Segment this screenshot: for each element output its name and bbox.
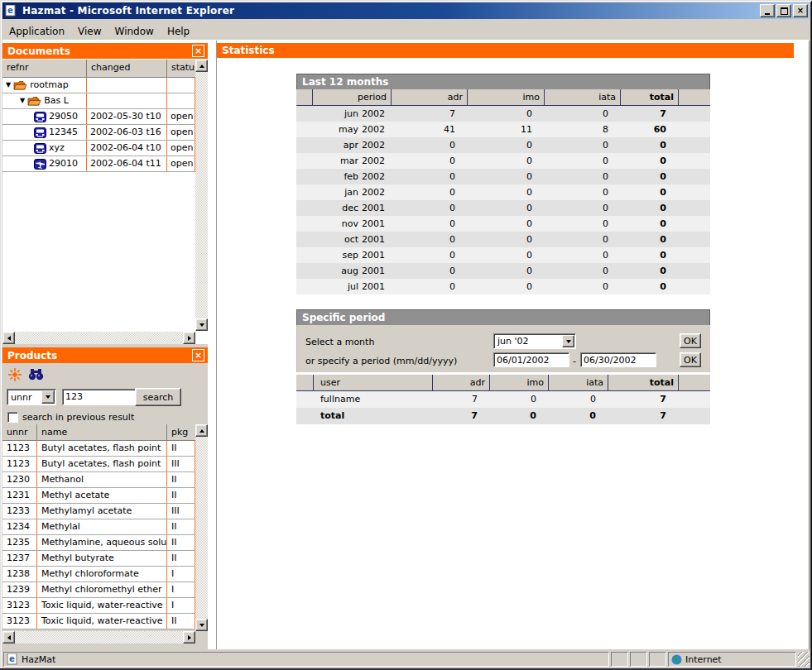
svg-text:e: e (9, 654, 15, 663)
date-to-input[interactable]: 06/30/2002 (580, 352, 656, 367)
product-pkg: III (167, 504, 195, 519)
products-table-row[interactable]: 1239Methyl chloromethyl etherI (2, 582, 195, 598)
document-label: 29050 (49, 109, 78, 124)
documents-tree-row[interactable]: 290102002-06-04 t11open (2, 156, 195, 172)
column-header-user: user (314, 375, 433, 390)
maximize-button[interactable] (776, 4, 791, 17)
documents-tree-row[interactable]: 123452002-06-03 t16open (2, 125, 195, 141)
products-table-row[interactable]: 3123Toxic liquid, water-reactiveI (2, 598, 195, 614)
product-unnr: 3123 (2, 598, 37, 613)
last12-row: mar20020000 (296, 153, 710, 169)
column-header-status[interactable]: status (167, 60, 195, 77)
date-from-input[interactable]: 06/01/2002 (493, 352, 569, 367)
products-hscrollbar[interactable] (2, 631, 195, 644)
documents-tree-row[interactable]: xyz2002-06-04 t10open (2, 141, 195, 156)
specific-rows: fullname7007total7007 (296, 391, 710, 424)
last12-table: Last 12 months period adr imo iata total… (296, 74, 710, 294)
expander-icon[interactable]: ▼ (20, 93, 25, 108)
menu-item-application[interactable]: Application (2, 24, 71, 39)
documents-scroll-left-icon[interactable] (2, 332, 15, 344)
minimize-button[interactable] (760, 4, 775, 17)
documents-tree-row[interactable]: ▼Bas L (2, 93, 195, 109)
column-header-blank (296, 89, 313, 105)
find-binoculars-icon[interactable] (27, 366, 44, 383)
resize-grip[interactable] (798, 652, 810, 667)
column-header-unnr[interactable]: unnr (2, 424, 37, 440)
column-header-changed[interactable]: changed (87, 60, 167, 77)
products-scroll-down-icon[interactable] (195, 619, 208, 631)
product-unnr: 1123 (2, 457, 37, 471)
documents-tree-row[interactable]: ▼rootmap (2, 78, 195, 93)
products-scroll-right-icon[interactable] (183, 631, 195, 644)
column-header-blank-trailing (679, 89, 710, 105)
products-table-row[interactable]: 1230MethanolII (2, 472, 195, 488)
products-table-row[interactable]: 1238Methyl chloroformateI (2, 567, 195, 582)
products-scroll-left-icon[interactable] (2, 631, 15, 644)
menu-item-window[interactable]: Window (108, 24, 161, 39)
menu-item-help[interactable]: Help (161, 24, 196, 39)
products-table-row[interactable]: 3123Toxic liquid, water-reactiveII (2, 614, 195, 629)
search-input[interactable]: 123 (62, 389, 140, 405)
new-search-icon[interactable] (7, 366, 23, 383)
ok-month-button[interactable]: OK (680, 333, 701, 348)
products-vscrollbar[interactable] (195, 424, 208, 631)
products-table-row[interactable]: 1123Butyl acetates, flash pointIII (2, 457, 195, 472)
statistics-header: Statistics (217, 43, 794, 58)
documents-header: Documents × (2, 43, 208, 59)
product-name: Methylamine, aqueous solu (37, 535, 167, 550)
statistics-panel: Statistics Last 12 months period adr imo… (216, 41, 810, 649)
month-select-value: jun '02 (494, 336, 562, 347)
documents-scroll-right-icon[interactable] (183, 332, 195, 344)
menu-item-view[interactable]: View (71, 24, 108, 39)
specific-period-section: Specific period Select a month jun '02 O… (296, 309, 710, 424)
search-field-select[interactable]: unnr (7, 389, 56, 405)
column-header-name[interactable]: name (37, 424, 167, 440)
close-button[interactable]: × (793, 4, 808, 17)
month-select-dropdown-icon[interactable] (562, 335, 574, 347)
product-name: Methylal (37, 519, 167, 534)
products-table-row[interactable]: 1231Methyl acetateII (2, 488, 195, 504)
zone-text: Internet (685, 654, 722, 665)
product-unnr: 1239 (2, 582, 37, 597)
product-pkg: II (167, 441, 195, 456)
products-table-row[interactable]: 1234MethylalII (2, 519, 195, 535)
product-pkg: I (167, 567, 195, 581)
product-name: Methylamyl acetate (37, 504, 167, 519)
products-table-row[interactable]: 1123Butyl acetates, flash pointII (2, 441, 195, 457)
product-name: Toxic liquid, water-reactive (37, 598, 167, 613)
documents-title: Documents (7, 45, 70, 57)
products-scroll-up-icon[interactable] (195, 424, 208, 437)
products-close-icon[interactable]: × (192, 349, 204, 361)
column-header-imo: imo (490, 375, 549, 390)
product-pkg: II (167, 472, 195, 487)
ok-period-button[interactable]: OK (680, 352, 701, 367)
documents-vscrollbar[interactable] (195, 60, 208, 331)
statistics-title: Statistics (222, 45, 275, 56)
documents-scroll-up-icon[interactable] (195, 60, 208, 72)
column-header-blank-trailing (679, 375, 710, 390)
document-status: open (167, 141, 195, 156)
documents-tree-row[interactable]: 290502002-05-30 t10open (2, 109, 195, 125)
last12-row: apr20020000 (296, 137, 710, 153)
expander-icon[interactable]: ▼ (6, 78, 11, 93)
column-header-pkg[interactable]: pkg (167, 424, 195, 440)
status-bar: e HazMat Internet (2, 649, 810, 668)
products-table-row[interactable]: 1237Methyl butyrateII (2, 551, 195, 567)
month-select[interactable]: jun '02 (493, 333, 576, 349)
product-unnr: 1234 (2, 519, 37, 534)
documents-close-icon[interactable]: × (192, 45, 204, 57)
products-table: 1123Butyl acetates, flash pointII1123But… (2, 441, 195, 629)
products-column-headers: unnr name pkg (2, 424, 195, 441)
search-previous-checkbox[interactable] (7, 412, 18, 423)
products-table-row[interactable]: 1233Methylamyl acetateIII (2, 504, 195, 519)
column-header-blank (296, 375, 314, 390)
specific-row: fullname7007 (296, 391, 710, 408)
column-header-refnr[interactable]: refnr (2, 60, 87, 77)
products-table-row[interactable]: 1235Methylamine, aqueous soluII (2, 535, 195, 551)
documents-hscrollbar[interactable] (2, 332, 195, 344)
search-field-dropdown-icon[interactable] (41, 390, 55, 404)
documents-scroll-down-icon[interactable] (195, 318, 208, 331)
product-unnr: 1235 (2, 535, 37, 550)
search-button[interactable]: search (135, 388, 181, 406)
product-unnr: 1123 (2, 441, 37, 456)
